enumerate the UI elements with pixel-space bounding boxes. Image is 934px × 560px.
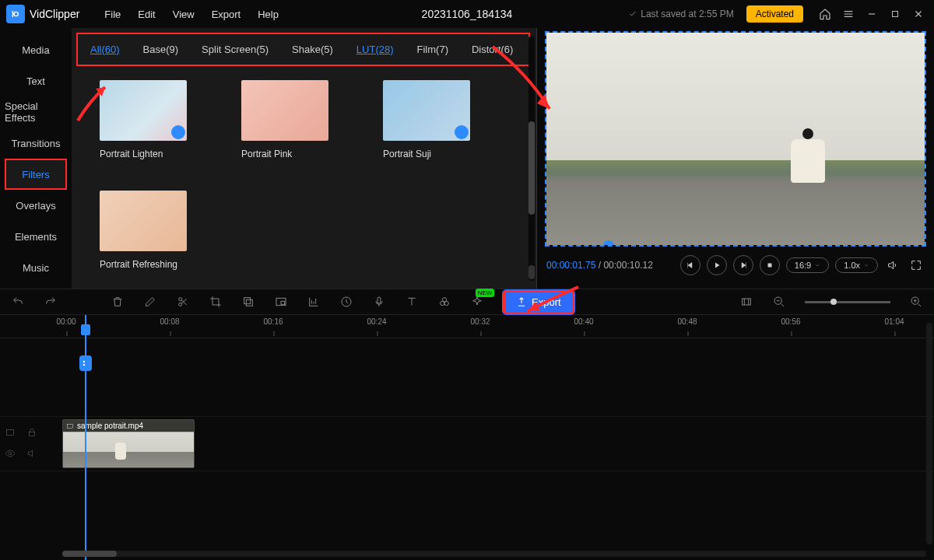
thumb-label: Portrait Refreshing: [100, 259, 187, 270]
filter-thumb[interactable]: Portrait Pink: [241, 80, 328, 159]
video-track[interactable]: sample potrait.mp4: [0, 416, 934, 471]
preview-frame: [546, 33, 925, 245]
svg-rect-0: [893, 12, 898, 17]
filter-thumb[interactable]: Portrait Refreshing: [100, 191, 187, 270]
crop-icon[interactable]: [209, 295, 223, 309]
sidebar-item-special-effects[interactable]: Special Effects: [5, 96, 67, 128]
mic-icon[interactable]: [372, 295, 386, 309]
thumb-label: Portrait Lighten: [100, 149, 187, 159]
zoom-out-icon[interactable]: [772, 295, 786, 309]
tab-base[interactable]: Base(9): [143, 44, 179, 55]
sidebar-item-text[interactable]: Text: [5, 65, 67, 96]
menu-file[interactable]: File: [98, 5, 127, 23]
tab-lut[interactable]: LUT(28): [356, 44, 394, 55]
download-icon[interactable]: [171, 125, 185, 139]
panel-scrollbar[interactable]: [528, 36, 535, 281]
clip-thumbnail: [63, 432, 194, 467]
redo-icon[interactable]: [44, 295, 58, 309]
zoom-in-icon[interactable]: [909, 295, 923, 309]
filter-thumb[interactable]: Portrait Suji: [383, 80, 470, 159]
minimize-icon[interactable]: [862, 5, 881, 23]
menu-help[interactable]: Help: [251, 5, 285, 23]
pip-icon[interactable]: [274, 295, 288, 309]
tick: 00:56: [781, 317, 800, 326]
timeline-v-scrollbar[interactable]: [926, 323, 932, 544]
new-badge: NEW: [476, 289, 495, 297]
delete-icon[interactable]: [111, 295, 125, 309]
fullscreen-icon[interactable]: [908, 257, 925, 274]
aspect-ratio[interactable]: 16:9: [786, 257, 829, 273]
maximize-icon[interactable]: [886, 5, 904, 23]
chart-icon[interactable]: [307, 295, 321, 309]
tick: 00:08: [160, 317, 179, 326]
track-film-icon[interactable]: [5, 427, 16, 440]
tick: 00:48: [677, 317, 697, 326]
timeline[interactable]: 00:00 00:08 00:16 00:24 00:32 00:40 00:4…: [0, 315, 934, 560]
track-mute-icon[interactable]: [26, 448, 37, 461]
tab-distort[interactable]: Distort(6): [472, 44, 513, 55]
sidebar: Media Text Special Effects Transitions F…: [0, 28, 72, 289]
svg-rect-7: [377, 297, 381, 303]
svg-rect-14: [6, 429, 13, 435]
tick: 00:00: [56, 317, 75, 326]
speed-icon[interactable]: [339, 295, 353, 309]
seek-handle[interactable]: [603, 240, 614, 247]
menu-export[interactable]: Export: [205, 5, 248, 23]
effects-icon[interactable]: [437, 295, 451, 309]
track-eye-icon[interactable]: [5, 448, 16, 461]
thumb-image: [100, 191, 187, 251]
hamburger-icon[interactable]: [839, 5, 858, 23]
sidebar-item-elements[interactable]: Elements: [5, 221, 67, 252]
ai-icon[interactable]: NEW: [470, 295, 484, 309]
sidebar-item-transitions[interactable]: Transitions: [5, 128, 67, 159]
frame-icon[interactable]: [739, 295, 753, 309]
export-button[interactable]: Export: [503, 290, 574, 314]
timecode: 00:00:01.75 / 00:00:10.12: [546, 260, 653, 271]
playhead[interactable]: [85, 315, 86, 560]
undo-icon[interactable]: [11, 295, 25, 309]
playback-speed[interactable]: 1.0x: [835, 257, 878, 273]
svg-rect-2: [246, 299, 252, 306]
volume-icon[interactable]: [884, 257, 901, 274]
tab-split-screen[interactable]: Split Screen(5): [202, 44, 269, 55]
prev-frame-button[interactable]: [680, 255, 700, 275]
track-lock-icon[interactable]: [26, 427, 37, 440]
timeline-ruler[interactable]: 00:00 00:08 00:16 00:24 00:32 00:40 00:4…: [0, 315, 934, 338]
download-icon[interactable]: [455, 125, 469, 139]
sidebar-item-overlays[interactable]: Overlays: [5, 190, 67, 221]
edit-icon[interactable]: [143, 295, 157, 309]
svg-rect-3: [244, 298, 251, 304]
sidebar-item-media[interactable]: Media: [5, 34, 67, 65]
last-saved: Last saved at 2:55 PM: [628, 9, 733, 19]
play-button[interactable]: [707, 255, 727, 275]
timeline-h-scrollbar[interactable]: [62, 551, 926, 557]
tick: 00:32: [470, 317, 490, 326]
split-icon[interactable]: [176, 295, 190, 309]
home-icon[interactable]: [816, 5, 834, 23]
timeline-clip[interactable]: sample potrait.mp4: [62, 419, 195, 468]
filter-category-tabs: All(60) Base(9) Split Screen(5) Shake(5)…: [76, 33, 530, 66]
copy-icon[interactable]: [241, 295, 255, 309]
preview-screen[interactable]: [545, 31, 926, 247]
thumb-label: Portrait Pink: [241, 149, 328, 159]
tab-all[interactable]: All(60): [90, 44, 120, 55]
next-frame-button[interactable]: [733, 255, 753, 275]
text-icon[interactable]: [405, 295, 419, 309]
activated-badge[interactable]: Activated: [746, 5, 803, 23]
filter-thumb[interactable]: Portrait Lighten: [100, 80, 187, 159]
tab-shake[interactable]: Shake(5): [292, 44, 333, 55]
close-icon[interactable]: [909, 5, 928, 23]
stop-button[interactable]: [760, 255, 780, 275]
sidebar-item-music[interactable]: Music: [5, 252, 67, 283]
sidebar-item-filters[interactable]: Filters: [5, 159, 67, 190]
tab-film[interactable]: Film(7): [417, 44, 448, 55]
thumb-label: Portrait Suji: [383, 149, 470, 159]
timeline-toolbar: NEW Export: [0, 289, 934, 315]
menu-view[interactable]: View: [167, 5, 201, 23]
svg-rect-5: [281, 301, 285, 304]
audio-track[interactable]: [0, 471, 934, 525]
thumb-image: [241, 80, 328, 141]
tick: 00:24: [367, 317, 386, 326]
zoom-slider[interactable]: [805, 301, 890, 303]
menu-edit[interactable]: Edit: [132, 5, 161, 23]
